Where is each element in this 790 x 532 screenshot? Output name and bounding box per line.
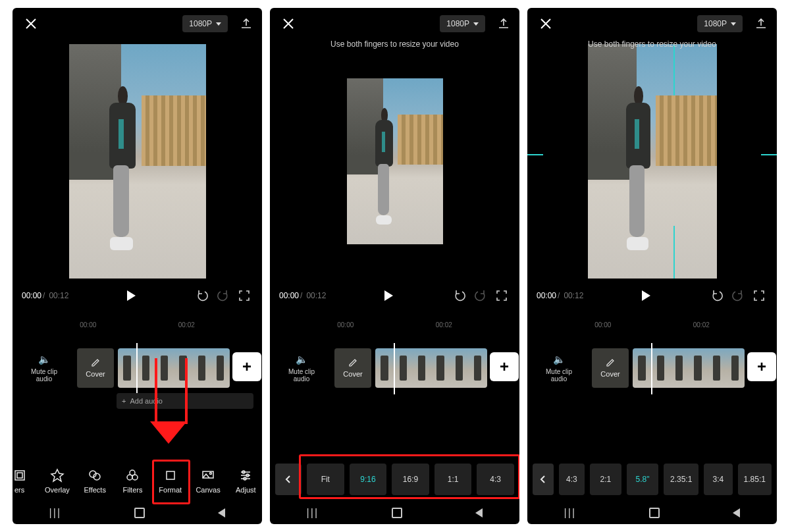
close-button[interactable] bbox=[22, 14, 40, 33]
nav-recent[interactable]: ||| bbox=[307, 507, 319, 519]
ruler-tick: 00:00 bbox=[80, 321, 96, 329]
aspect-ratio-bar: 4:3 2:1 5.8" 2.35:1 3:4 1.85:1 bbox=[527, 464, 777, 495]
format-icon bbox=[163, 468, 178, 483]
play-button[interactable] bbox=[637, 287, 654, 304]
fullscreen-icon bbox=[753, 290, 765, 302]
ratio-option-4-3[interactable]: 4:3 bbox=[477, 464, 514, 495]
fullscreen-button[interactable] bbox=[493, 287, 510, 304]
ratio-label: 3:4 bbox=[713, 475, 724, 484]
video-preview[interactable] bbox=[347, 78, 443, 244]
export-icon bbox=[755, 18, 767, 30]
export-button[interactable] bbox=[497, 17, 510, 30]
cover-button[interactable]: Cover bbox=[592, 348, 629, 388]
fullscreen-button[interactable] bbox=[750, 287, 768, 304]
nav-recent[interactable]: ||| bbox=[564, 507, 576, 519]
preview-area[interactable] bbox=[13, 40, 262, 283]
ratio-option-2-35-1[interactable]: 2.35:1 bbox=[664, 464, 698, 495]
nav-back[interactable] bbox=[218, 508, 225, 518]
undo-button[interactable] bbox=[451, 287, 468, 304]
nav-home[interactable] bbox=[392, 508, 402, 518]
nav-recent[interactable]: ||| bbox=[49, 507, 61, 519]
redo-button[interactable] bbox=[729, 287, 747, 304]
nav-back[interactable] bbox=[475, 508, 483, 518]
video-clip[interactable] bbox=[375, 348, 487, 388]
video-preview[interactable] bbox=[588, 44, 717, 279]
close-icon bbox=[539, 17, 552, 30]
adjust-icon bbox=[238, 468, 253, 483]
resolution-dropdown[interactable]: 1080P bbox=[697, 15, 743, 32]
playhead[interactable] bbox=[136, 343, 138, 394]
timeline[interactable]: 🔈Mute clip audio Cover + bbox=[270, 346, 519, 415]
nav-home[interactable] bbox=[649, 508, 660, 518]
speaker-icon: 🔈 bbox=[539, 354, 579, 365]
close-button[interactable] bbox=[537, 14, 555, 33]
video-preview[interactable] bbox=[69, 44, 206, 279]
ratio-option-2-1[interactable]: 2:1 bbox=[590, 464, 621, 495]
redo-icon bbox=[731, 288, 745, 303]
undo-icon bbox=[452, 288, 467, 303]
cover-label: Cover bbox=[86, 370, 105, 378]
top-bar: 1080P bbox=[527, 8, 777, 40]
tool-filters[interactable]: Filters bbox=[114, 464, 151, 498]
timeline[interactable]: 🔈 Mute clip audio Cover + + Add audio bbox=[13, 346, 262, 415]
export-button[interactable] bbox=[754, 17, 768, 30]
timeline[interactable]: 🔈Mute clip audio Cover + bbox=[527, 346, 777, 415]
resize-hint: Use both fingers to resize your video bbox=[270, 40, 519, 49]
ratio-label: 16:9 bbox=[403, 475, 418, 484]
tool-effects[interactable]: Effects bbox=[76, 464, 114, 498]
resolution-dropdown[interactable]: 1080P bbox=[440, 15, 485, 32]
undo-button[interactable] bbox=[194, 287, 211, 304]
undo-button[interactable] bbox=[708, 287, 725, 304]
ratio-option-4-3[interactable]: 4:3 bbox=[559, 464, 585, 495]
ratio-option-1-1[interactable]: 1:1 bbox=[434, 464, 472, 495]
ratio-option-3-4[interactable]: 3:4 bbox=[704, 464, 732, 495]
nav-home[interactable] bbox=[134, 508, 145, 518]
cover-button[interactable]: Cover bbox=[77, 348, 114, 388]
video-clip[interactable] bbox=[633, 348, 745, 388]
tool-adjust[interactable]: Adjust bbox=[227, 464, 262, 498]
playhead[interactable] bbox=[651, 343, 652, 394]
redo-button[interactable] bbox=[215, 287, 232, 304]
top-bar: 1080P bbox=[13, 8, 262, 40]
mute-label: Mute clip audio bbox=[282, 368, 321, 383]
add-clip-button[interactable]: + bbox=[747, 352, 776, 381]
fullscreen-button[interactable] bbox=[236, 287, 253, 304]
time-duration: 00:12 bbox=[306, 291, 326, 300]
resolution-dropdown[interactable]: 1080P bbox=[182, 15, 228, 32]
ratio-option-fit[interactable]: Fit bbox=[307, 464, 344, 495]
time-duration: 00:12 bbox=[49, 291, 68, 300]
ratio-option-9-16[interactable]: 9:16 bbox=[350, 464, 387, 495]
playback-controls: 00:00/00:12 bbox=[527, 283, 777, 306]
bottom-toolbar: ers Overlay Effects Filters Format Canva… bbox=[13, 464, 262, 498]
tool-overlay[interactable]: Overlay bbox=[38, 464, 76, 498]
add-clip-button[interactable]: + bbox=[232, 352, 261, 381]
mute-clip-button[interactable]: 🔈Mute clip audio bbox=[282, 354, 321, 383]
tool-layers[interactable]: ers bbox=[13, 464, 38, 498]
plus-icon: + bbox=[122, 397, 126, 405]
ratio-back-button[interactable] bbox=[533, 464, 554, 495]
cover-button[interactable]: Cover bbox=[334, 348, 371, 388]
android-navbar: ||| bbox=[527, 502, 777, 524]
play-button[interactable] bbox=[380, 287, 397, 304]
preview-area[interactable]: Use both fingers to resize your video bbox=[527, 40, 777, 283]
mute-clip-button[interactable]: 🔈 Mute clip audio bbox=[24, 354, 64, 383]
tool-label: Adjust bbox=[236, 486, 256, 494]
ratio-option-1-85-1[interactable]: 1.85:1 bbox=[738, 464, 772, 495]
nav-back[interactable] bbox=[733, 508, 740, 518]
preview-area[interactable]: Use both fingers to resize your video bbox=[270, 40, 519, 283]
ratio-option-5-8[interactable]: 5.8" bbox=[627, 464, 658, 495]
ratio-back-button[interactable] bbox=[275, 464, 302, 495]
redo-button[interactable] bbox=[472, 287, 489, 304]
close-button[interactable] bbox=[279, 14, 298, 33]
export-button[interactable] bbox=[240, 17, 253, 30]
add-audio-button[interactable]: + Add audio bbox=[117, 393, 253, 409]
play-button[interactable] bbox=[122, 287, 140, 304]
video-clip[interactable] bbox=[118, 348, 230, 388]
cover-label: Cover bbox=[600, 370, 619, 378]
mute-clip-button[interactable]: 🔈Mute clip audio bbox=[539, 354, 579, 383]
playhead[interactable] bbox=[394, 343, 395, 394]
tool-format[interactable]: Format bbox=[151, 464, 189, 498]
ratio-option-16-9[interactable]: 16:9 bbox=[392, 464, 429, 495]
tool-canvas[interactable]: Canvas bbox=[189, 464, 226, 498]
add-clip-button[interactable]: + bbox=[490, 352, 519, 381]
